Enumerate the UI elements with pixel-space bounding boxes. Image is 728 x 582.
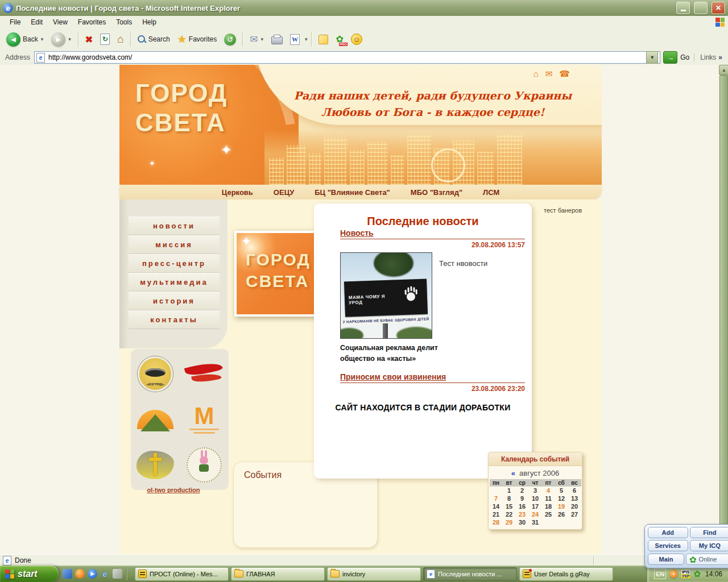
hide-tray-icons-button[interactable]: ‹ [669, 569, 678, 578]
menu-view[interactable]: View [48, 17, 73, 27]
calendar-day[interactable]: 14 [490, 502, 503, 510]
sidebar-item-contacts[interactable]: контакты [129, 310, 220, 329]
language-indicator[interactable]: EN [654, 568, 666, 579]
calendar-day[interactable]: 9 [516, 494, 529, 502]
task-prost-messenger[interactable]: ПРОСТ (Online) - Mes... [135, 567, 229, 581]
calendar-day[interactable]: 6 [568, 487, 581, 494]
edit-word-button[interactable]: W [287, 33, 303, 46]
back-button[interactable]: ◀ Back ▾ [3, 31, 47, 48]
nav-bc-vliyanie-sveta[interactable]: БЦ "Влияние Света" [315, 188, 390, 197]
calendar-day[interactable]: 19 [555, 502, 568, 510]
nav-church[interactable]: Церковь [222, 188, 253, 197]
calendar-day[interactable]: 8 [503, 494, 516, 502]
calendar-day[interactable]: 7 [490, 494, 503, 502]
calendar-day[interactable]: 3 [529, 487, 542, 494]
calendar-day[interactable]: 4 [542, 487, 555, 494]
menu-help[interactable]: Help [137, 17, 162, 27]
tray-icq-flower-icon[interactable]: ✿ [693, 569, 701, 578]
icq-find-button[interactable]: Find [690, 527, 728, 538]
start-button[interactable]: start [0, 566, 59, 582]
address-input[interactable] [47, 53, 644, 62]
calendar-day[interactable]: 25 [542, 510, 555, 518]
icq-services-button[interactable]: Services [648, 540, 688, 551]
refresh-button[interactable]: ↻ [97, 32, 113, 46]
news-item-1-photo-caption[interactable]: Социальная реклама делит общество на «ка… [340, 343, 448, 364]
task-folder-invictory[interactable]: invictory [327, 567, 421, 581]
nav-oecu[interactable]: ОЕЦУ [274, 188, 294, 197]
quicklaunch-firefox-icon[interactable] [75, 569, 85, 579]
calendar-day[interactable]: 11 [542, 494, 555, 502]
calendar-day[interactable]: 1 [503, 487, 516, 494]
quicklaunch-internet-explorer-icon[interactable]: e [100, 569, 110, 579]
task-user-details[interactable]: User Details g.gRay [519, 567, 613, 581]
news-item-2-title-link[interactable]: Приносим свои извинения [340, 372, 446, 381]
logo-vzglyad-eye[interactable]: «ВЗГЛЯД» [133, 353, 178, 395]
messenger-notes-button[interactable] [316, 34, 331, 45]
logo-lsm-wings[interactable] [181, 353, 227, 395]
close-button[interactable]: ✕ [712, 2, 725, 14]
calendar-day[interactable]: 13 [568, 494, 581, 502]
home-button[interactable]: ⌂ [114, 32, 126, 47]
icq-myicq-button[interactable]: My ICQ [690, 540, 728, 551]
sidebar-item-press-center[interactable]: пресс-центр [129, 254, 220, 273]
search-button[interactable]: Search [135, 34, 173, 45]
calendar-day[interactable]: 10 [529, 494, 542, 502]
task-ie-latest-news[interactable]: e Последние новости ... [423, 567, 517, 581]
menu-file[interactable]: File [5, 17, 26, 27]
vertical-scrollbar[interactable]: ▲ ▼ [719, 65, 728, 554]
restore-button[interactable] [694, 2, 708, 14]
calendar-day[interactable]: 27 [568, 510, 581, 518]
calendar-day[interactable]: 2 [516, 487, 529, 494]
mail-button[interactable]: ✉ ▾ [247, 32, 267, 47]
calendar-day[interactable]: 20 [568, 502, 581, 510]
go-label[interactable]: Go [677, 53, 694, 61]
logo-youth-church[interactable]: М [181, 398, 227, 440]
calendar-day[interactable]: 24 [529, 510, 542, 518]
calendar-day[interactable]: 21 [490, 510, 503, 518]
stop-button[interactable]: ✖ [82, 33, 96, 46]
quicklaunch-show-desktop-icon[interactable] [113, 569, 122, 579]
favorites-button[interactable]: ★ Favorites [175, 32, 220, 47]
smiley-button[interactable]: ☺ [348, 32, 365, 46]
calendar-day[interactable]: 5 [555, 487, 568, 494]
calendar-prev-month-button[interactable]: « [511, 469, 515, 477]
production-credit-link[interactable]: ol-two production [119, 487, 228, 493]
calendar-day[interactable]: 26 [555, 510, 568, 518]
task-folder-glavnaya[interactable]: ГЛАВНАЯ [231, 567, 325, 581]
logo-ukraine-map[interactable] [133, 444, 178, 486]
forward-dropdown-icon[interactable]: ▾ [68, 36, 72, 42]
quicklaunch-media-player-icon[interactable]: ▶ [88, 569, 97, 579]
news-item-1-title-link[interactable]: Новость [340, 228, 374, 238]
address-dropdown-button[interactable]: ▼ [646, 51, 658, 64]
nav-mbo-vzglyad[interactable]: МБО "Взгляд" [411, 188, 462, 197]
links-chevron-icon[interactable]: » [718, 53, 727, 61]
forward-button[interactable]: ▶ ▾ [48, 31, 75, 48]
calendar-day[interactable]: 30 [516, 518, 529, 526]
calendar-day[interactable]: 17 [529, 502, 542, 510]
logo-bunny-club[interactable] [181, 444, 227, 486]
calendar-day[interactable]: 31 [529, 518, 542, 526]
calendar-day[interactable]: 28 [490, 518, 503, 526]
minimize-button[interactable] [676, 2, 690, 14]
logo-camp-tent[interactable] [133, 398, 178, 440]
print-button[interactable] [268, 33, 286, 45]
icq-status[interactable]: ✿ Online [686, 554, 728, 565]
calendar-day[interactable]: 23 [516, 510, 529, 518]
icq-button[interactable]: ✿PRO [333, 34, 346, 45]
history-button[interactable]: ↺ [221, 32, 239, 47]
links-label[interactable]: Links [694, 53, 718, 61]
calendar-day[interactable]: 22 [503, 510, 516, 518]
sidebar-item-history[interactable]: история [129, 292, 220, 310]
sidebar-item-mission[interactable]: миссия [129, 235, 220, 254]
mail-site-icon[interactable]: ✉ [545, 69, 553, 79]
mail-dropdown-icon[interactable]: ▾ [260, 36, 264, 42]
quicklaunch-messenger-icon[interactable] [63, 569, 72, 579]
scroll-up-button[interactable]: ▲ [719, 65, 728, 75]
calendar-day[interactable]: 16 [516, 502, 529, 510]
sidebar-item-multimedia[interactable]: мультимедиа [129, 273, 220, 292]
icq-add-button[interactable]: Add [648, 527, 688, 538]
phone-site-icon[interactable]: ☎ [559, 69, 570, 79]
scrollbar-thumb[interactable] [719, 75, 728, 529]
edit-dropdown-icon[interactable]: ▾ [304, 36, 308, 42]
icq-main-button[interactable]: Main [648, 554, 684, 565]
